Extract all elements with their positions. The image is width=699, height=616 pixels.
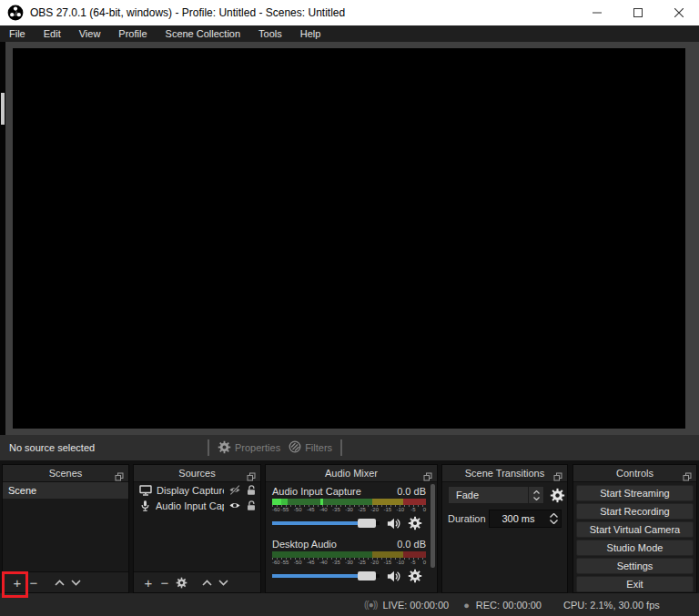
properties-label: Properties xyxy=(235,442,280,453)
move-source-down-button[interactable] xyxy=(215,580,231,586)
source-properties-gear-icon[interactable] xyxy=(173,577,189,589)
sources-header[interactable]: Sources xyxy=(134,465,260,482)
slider-handle[interactable] xyxy=(358,519,376,528)
volume-meter xyxy=(272,499,426,505)
close-button[interactable] xyxy=(658,0,699,25)
add-source-button[interactable]: + xyxy=(140,576,157,590)
menu-help[interactable]: Help xyxy=(291,25,330,42)
scene-transitions-header[interactable]: Scene Transitions xyxy=(442,465,567,482)
tick-label: 0 xyxy=(423,560,426,565)
preview-area xyxy=(0,42,699,435)
eye-off-icon[interactable] xyxy=(228,484,241,496)
obs-logo-icon xyxy=(7,5,24,21)
separator xyxy=(208,439,209,456)
menubar: File Edit View Profile Scene Collection … xyxy=(0,25,699,42)
exit-button[interactable]: Exit xyxy=(576,576,694,592)
transition-gear-icon[interactable] xyxy=(550,486,565,504)
tick-label: -15 xyxy=(383,560,391,565)
tick-label: -35 xyxy=(332,560,340,565)
menu-view[interactable]: View xyxy=(70,25,110,42)
statusbar: ((●)) LIVE: 00:00:00 ● REC: 00:00:00 CPU… xyxy=(0,593,699,616)
menu-file[interactable]: File xyxy=(0,25,35,42)
gear-icon xyxy=(218,440,231,456)
transition-select[interactable]: Fade xyxy=(448,486,544,504)
preview-canvas[interactable] xyxy=(13,48,685,429)
rec-timer: REC: 00:00:00 xyxy=(476,600,542,611)
dock-area: Scenes Scene + − xyxy=(0,460,699,593)
audio-mixer-header[interactable]: Audio Mixer xyxy=(266,465,437,482)
controls-title: Controls xyxy=(616,468,653,479)
menu-profile[interactable]: Profile xyxy=(109,25,156,42)
duration-value: 300 ms xyxy=(490,513,547,524)
settings-button[interactable]: Settings xyxy=(576,558,694,574)
mixer-channel-name: Audio Input Capture xyxy=(272,486,361,497)
properties-button[interactable]: Properties xyxy=(218,440,280,456)
dock-float-icon[interactable] xyxy=(247,469,256,485)
dock-float-icon[interactable] xyxy=(553,469,562,485)
volume-slider[interactable] xyxy=(272,515,380,531)
no-source-status: No source selected xyxy=(9,442,95,453)
menu-scene-collection[interactable]: Scene Collection xyxy=(157,25,250,42)
mixer-channel-name: Desktop Audio xyxy=(272,539,337,550)
controls-body: Start Streaming Start Recording Start Vi… xyxy=(573,482,696,594)
start-virtual-camera-button[interactable]: Start Virtual Camera xyxy=(576,521,694,538)
tick-label: -40 xyxy=(319,560,328,565)
mixer-scrollbar[interactable] xyxy=(431,484,435,568)
speaker-icon[interactable] xyxy=(386,569,401,584)
minimize-button[interactable] xyxy=(576,0,617,25)
left-scrollbar-handle[interactable] xyxy=(1,93,5,125)
controls-header[interactable]: Controls xyxy=(573,465,696,482)
broadcast-icon: ((●)) xyxy=(364,600,377,610)
tick-label: -40 xyxy=(319,507,328,512)
meter-scale: -60 -55 -50 -45 -40 -35 -30 -25 -20 -15 … xyxy=(272,558,426,567)
filters-button[interactable]: Filters xyxy=(289,440,332,455)
dock-float-icon[interactable] xyxy=(683,469,692,485)
sources-panel: Sources Display Capture xyxy=(133,464,261,593)
sources-toolbar: + − xyxy=(134,571,260,592)
move-scene-up-button[interactable] xyxy=(51,580,67,586)
obs-window: OBS 27.0.1 (64-bit, windows) - Profile: … xyxy=(0,0,699,616)
add-scene-button[interactable]: + xyxy=(9,576,25,590)
menu-edit[interactable]: Edit xyxy=(35,25,70,42)
start-streaming-button[interactable]: Start Streaming xyxy=(576,485,694,501)
tick-label: -25 xyxy=(358,507,366,512)
menu-tools[interactable]: Tools xyxy=(249,25,291,42)
scene-list-item[interactable]: Scene xyxy=(3,482,128,499)
source-actions: Properties Filters xyxy=(208,435,342,460)
left-scrollbar[interactable] xyxy=(0,42,5,435)
channel-gear-icon[interactable] xyxy=(408,516,422,530)
source-name: Display Capture xyxy=(157,485,224,496)
filters-label: Filters xyxy=(305,442,332,453)
source-list: Display Capture Audio Input Capture xyxy=(134,482,260,571)
tick-label: -10 xyxy=(396,507,404,512)
eye-icon[interactable] xyxy=(228,500,241,511)
dock-float-icon[interactable] xyxy=(115,469,124,485)
start-recording-button[interactable]: Start Recording xyxy=(576,503,694,520)
remove-source-button[interactable]: − xyxy=(157,576,173,590)
scene-transitions-panel: Scene Transitions Fade xyxy=(441,464,568,593)
combo-arrows[interactable] xyxy=(528,487,543,503)
move-source-up-button[interactable] xyxy=(198,580,215,586)
maximize-button[interactable] xyxy=(617,0,658,25)
meter-scale: -60 -55 -50 -45 -40 -35 -30 -25 -20 -15 … xyxy=(272,505,426,514)
tick-label: -50 xyxy=(294,560,302,565)
source-list-item[interactable]: Display Capture xyxy=(134,482,260,498)
monitor-icon xyxy=(139,484,152,497)
channel-gear-icon[interactable] xyxy=(408,569,422,583)
scene-list: Scene xyxy=(3,482,128,571)
tick-label: -5 xyxy=(410,560,415,565)
controls-panel: Controls Start Streaming Start Recording… xyxy=(572,464,697,593)
volume-slider[interactable] xyxy=(272,568,380,584)
slider-handle[interactable] xyxy=(358,571,376,581)
duration-spinbox[interactable]: 300 ms xyxy=(489,510,562,528)
studio-mode-button[interactable]: Studio Mode xyxy=(576,540,694,556)
tick-label: -20 xyxy=(370,507,379,512)
unlock-icon[interactable] xyxy=(246,500,257,511)
speaker-icon[interactable] xyxy=(386,516,401,531)
unlock-icon[interactable] xyxy=(246,484,257,496)
remove-scene-button[interactable]: − xyxy=(25,576,42,590)
source-list-item[interactable]: Audio Input Capture xyxy=(134,498,260,513)
duration-spin-arrows[interactable] xyxy=(547,510,561,527)
scenes-header[interactable]: Scenes xyxy=(3,465,128,482)
move-scene-down-button[interactable] xyxy=(67,580,84,586)
